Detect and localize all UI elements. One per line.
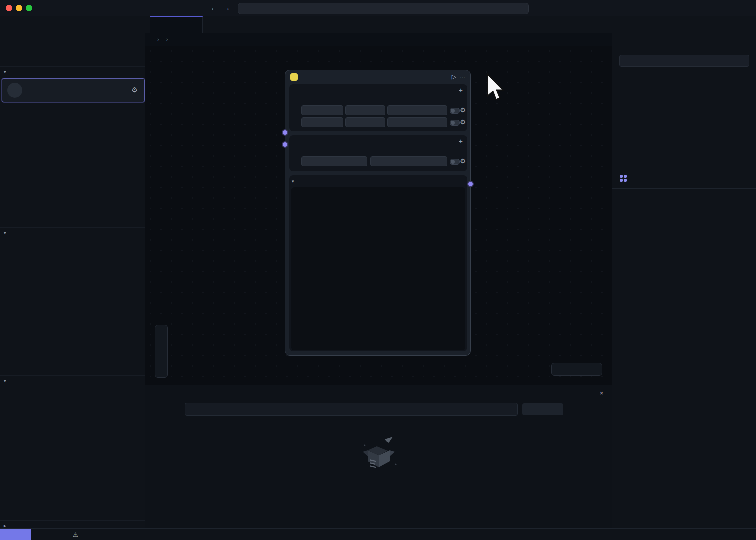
input-key-field-b[interactable] xyxy=(302,118,344,128)
flow-log-scope[interactable] xyxy=(155,406,164,413)
ovm-remote-indicator[interactable] xyxy=(0,529,31,540)
attach-icon[interactable] xyxy=(438,178,445,185)
chevron-down-icon: ▾ xyxy=(4,378,9,384)
new-toolpack-icon[interactable] xyxy=(741,41,748,48)
run-node-icon[interactable]: ▷ xyxy=(452,74,456,80)
flow-logs-toolbar xyxy=(146,402,612,416)
flow-icon xyxy=(155,406,162,413)
input-type-select-a[interactable] xyxy=(346,106,386,116)
filter-logs-field[interactable] xyxy=(185,403,518,416)
search-icon xyxy=(379,6,385,12)
maximize-window-button[interactable] xyxy=(26,5,32,12)
chevron-right-icon: ▸ xyxy=(4,524,9,528)
add-input-handle-button[interactable]: + xyxy=(459,86,463,94)
assistant-cat-icon[interactable] xyxy=(726,531,734,538)
nullable-toggle-a[interactable] xyxy=(450,108,460,114)
toolpack-header xyxy=(620,38,748,50)
section-project[interactable]: ▾ xyxy=(0,376,146,386)
open-external-icon[interactable] xyxy=(458,178,465,185)
flow-icon xyxy=(376,484,382,490)
log-list-icon[interactable] xyxy=(171,406,178,414)
collapse-panel-icon[interactable] xyxy=(585,390,592,396)
events-filter-select[interactable] xyxy=(522,404,564,416)
input-port-a[interactable] xyxy=(282,130,288,136)
close-panel-icon[interactable]: × xyxy=(598,390,605,396)
back-button[interactable]: ← xyxy=(210,4,218,12)
scriptlet-panel: ▾ xyxy=(290,176,468,352)
problems-indicator[interactable]: ⚠ xyxy=(62,532,81,538)
section-flows[interactable]: ▾ xyxy=(0,66,146,76)
broadcast-icon xyxy=(88,532,94,538)
flow-list-item[interactable]: ⚙ xyxy=(2,78,145,102)
section-shared-blocks[interactable]: ▾ xyxy=(0,228,146,238)
search-icon xyxy=(624,58,630,64)
flow-avatar xyxy=(8,83,22,98)
nullable-toggle-b[interactable] xyxy=(450,120,460,126)
handle-settings-gear-icon[interactable]: ⚙ xyxy=(460,106,466,114)
explorer-header xyxy=(0,38,146,52)
git-branch-indicator[interactable] xyxy=(38,532,55,538)
forward-button[interactable]: → xyxy=(223,4,230,12)
input-handles-icon xyxy=(294,88,300,94)
flow-icon xyxy=(12,87,19,94)
output-key-field[interactable] xyxy=(302,156,368,166)
close-window-button[interactable] xyxy=(6,5,12,12)
statusbar: ⚠ xyxy=(0,528,756,540)
output-type-select[interactable] xyxy=(370,156,448,166)
input-value-field-a[interactable] xyxy=(388,106,448,116)
input-port-b[interactable] xyxy=(282,142,288,148)
input-type-select-b[interactable] xyxy=(346,118,386,128)
canvas-zoom-toolbar xyxy=(155,325,168,378)
input-handles-panel: + ⚙ xyxy=(290,84,468,132)
publish-icon xyxy=(48,532,55,538)
flow-canvas[interactable]: ▷ ··· + xyxy=(146,46,612,385)
flow-icon xyxy=(155,22,162,28)
handle-settings-gear-icon[interactable]: ⚙ xyxy=(460,118,466,126)
editor-tabbar xyxy=(146,16,612,34)
sidebar: ▾ ⚙ ▾ ▾ ▸ xyxy=(0,16,146,528)
output-handles-panel: + ⚙ xyxy=(290,136,468,172)
minimize-window-button[interactable] xyxy=(16,5,22,12)
chevron-down-icon xyxy=(439,159,444,164)
canvas-view-controls xyxy=(552,363,602,376)
clear-logs-icon[interactable] xyxy=(570,406,578,414)
flow-icon xyxy=(172,36,178,42)
editor-layout-icon[interactable] xyxy=(448,178,455,185)
divider xyxy=(612,188,756,189)
code-editor[interactable] xyxy=(292,188,466,350)
input-value-field-b[interactable] xyxy=(388,118,448,128)
handle-settings-gear-icon[interactable]: ⚙ xyxy=(460,158,466,164)
flow-settings-gear-icon[interactable]: ⚙ xyxy=(131,86,138,94)
assistant-cat-icon[interactable] xyxy=(533,4,542,13)
bottom-panel: × xyxy=(146,385,612,529)
chevron-down-icon xyxy=(556,408,560,412)
node-javascript-2[interactable]: ▷ ··· + xyxy=(285,70,471,356)
assistant-chevron-icon[interactable] xyxy=(544,6,548,10)
toolpack-search-field[interactable] xyxy=(620,55,750,67)
chevron-down-icon: ▾ xyxy=(4,70,9,74)
chevron-down-icon xyxy=(377,120,382,125)
titlebar: ← → xyxy=(0,0,756,17)
output-nullable-toggle[interactable] xyxy=(450,159,460,165)
command-center[interactable] xyxy=(238,3,529,14)
notifications-bell-icon[interactable] xyxy=(742,531,749,538)
empty-box-illustration xyxy=(356,436,402,472)
node-header[interactable]: ▷ ··· xyxy=(286,70,470,84)
output-port[interactable] xyxy=(468,181,474,188)
filter-logs-input[interactable] xyxy=(186,406,507,413)
toolpack-panel xyxy=(612,16,756,528)
flow-icon xyxy=(30,91,36,96)
node-more-icon[interactable]: ··· xyxy=(460,74,466,80)
chevron-down-icon: ▾ xyxy=(292,179,294,184)
chevron-down-icon xyxy=(377,108,382,113)
ports-indicator[interactable] xyxy=(88,532,96,538)
tab-flow-1[interactable] xyxy=(150,16,203,33)
export-logs-icon[interactable] xyxy=(585,406,592,414)
input-key-field-a[interactable] xyxy=(302,106,344,116)
toolpack-search-input[interactable] xyxy=(633,57,745,65)
add-output-handle-button[interactable]: + xyxy=(459,138,463,146)
flow-item-subtitle xyxy=(30,91,38,96)
installed-blocks-header xyxy=(620,174,632,182)
javascript-icon xyxy=(290,74,298,81)
divider xyxy=(612,169,756,170)
